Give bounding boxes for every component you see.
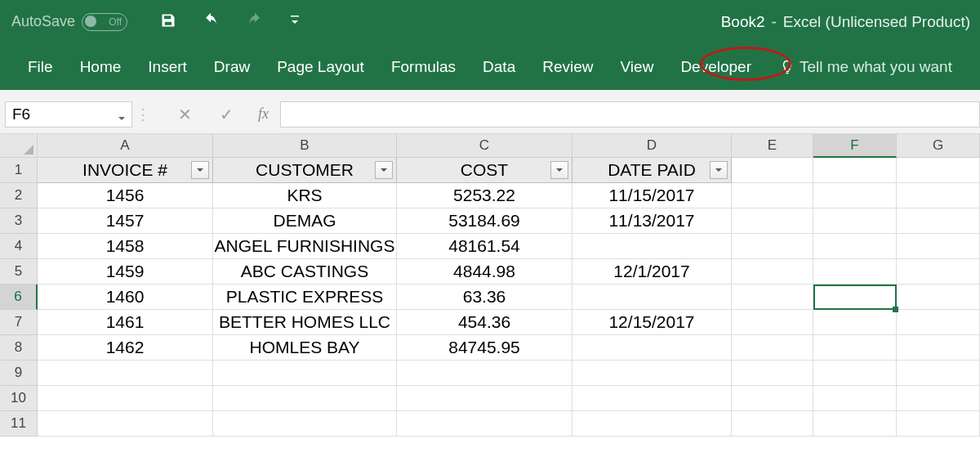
cell[interactable] <box>813 285 897 310</box>
tab-formulas[interactable]: Formulas <box>391 58 456 76</box>
redo-icon[interactable] <box>245 12 265 32</box>
cell[interactable]: DEMAG <box>213 208 397 234</box>
cell[interactable] <box>397 386 572 411</box>
cell[interactable] <box>572 335 732 361</box>
cell[interactable] <box>732 361 813 386</box>
cell[interactable] <box>897 310 980 335</box>
cell[interactable] <box>38 361 213 386</box>
name-box-dropdown-icon[interactable] <box>117 110 127 128</box>
cell[interactable] <box>897 361 980 386</box>
row-header[interactable]: 2 <box>0 183 38 208</box>
cell[interactable]: 454.36 <box>397 310 572 335</box>
cell[interactable] <box>813 310 897 335</box>
col-header-c[interactable]: C <box>397 134 572 158</box>
cell[interactable] <box>813 208 897 234</box>
cell[interactable] <box>813 386 897 411</box>
col-header-g[interactable]: G <box>897 134 980 158</box>
col-header-b[interactable]: B <box>213 134 397 158</box>
tell-me-search[interactable]: Tell me what you want <box>780 58 952 76</box>
cell[interactable]: 53184.69 <box>397 208 572 234</box>
cell[interactable] <box>732 386 813 411</box>
cell[interactable] <box>572 234 732 259</box>
cell[interactable] <box>897 158 980 183</box>
tab-developer[interactable]: Developer <box>680 58 751 76</box>
cell[interactable]: 11/13/2017 <box>572 208 732 234</box>
col-header-a[interactable]: A <box>38 134 213 158</box>
cell[interactable] <box>813 361 897 386</box>
cell[interactable] <box>897 234 980 259</box>
row-header[interactable]: 4 <box>0 234 38 259</box>
cancel-formula-icon[interactable]: ✕ <box>178 105 192 124</box>
undo-icon[interactable] <box>201 12 220 32</box>
cell[interactable] <box>813 158 897 183</box>
col-header-f[interactable]: F <box>813 134 897 158</box>
table-column-header[interactable]: COST <box>397 158 572 183</box>
cell[interactable]: HOMLES BAY <box>213 335 397 361</box>
row-header[interactable]: 11 <box>0 411 38 437</box>
cell[interactable] <box>732 335 813 361</box>
cell[interactable] <box>897 183 980 208</box>
cell[interactable] <box>572 386 732 411</box>
cell[interactable] <box>38 411 213 437</box>
table-column-header[interactable]: INVOICE # <box>38 158 213 183</box>
cell[interactable] <box>732 411 813 437</box>
accept-formula-icon[interactable]: ✓ <box>220 105 234 124</box>
cell[interactable] <box>897 285 980 310</box>
row-header[interactable]: 5 <box>0 259 38 285</box>
fill-handle[interactable] <box>893 307 898 312</box>
cell[interactable] <box>732 285 813 310</box>
cell[interactable] <box>213 386 397 411</box>
cell[interactable]: 1457 <box>38 208 213 234</box>
select-all-corner[interactable] <box>0 134 38 158</box>
cell[interactable]: 12/1/2017 <box>572 259 732 285</box>
cell[interactable]: 1462 <box>38 335 213 361</box>
cell[interactable] <box>732 208 813 234</box>
table-column-header[interactable]: CUSTOMER <box>213 158 397 183</box>
name-box[interactable]: F6 <box>5 101 132 128</box>
cell[interactable] <box>813 183 897 208</box>
cell[interactable]: 11/15/2017 <box>572 183 732 208</box>
col-header-e[interactable]: E <box>732 134 813 158</box>
cell[interactable]: 1460 <box>38 285 213 310</box>
cell[interactable]: 84745.95 <box>397 335 572 361</box>
tab-view[interactable]: View <box>621 58 654 76</box>
cell[interactable]: ANGEL FURNISHINGS <box>213 234 397 259</box>
cell[interactable] <box>572 361 732 386</box>
cell[interactable] <box>572 285 732 310</box>
cell[interactable] <box>732 158 813 183</box>
cell[interactable]: PLASTIC EXPRESS <box>213 285 397 310</box>
cell[interactable]: 1461 <box>38 310 213 335</box>
filter-dropdown-icon[interactable] <box>550 161 568 179</box>
cell[interactable] <box>897 208 980 234</box>
cell[interactable] <box>813 411 897 437</box>
tab-review[interactable]: Review <box>542 58 593 76</box>
cell[interactable] <box>897 335 980 361</box>
cell[interactable] <box>732 234 813 259</box>
row-header[interactable]: 7 <box>0 310 38 335</box>
autosave-toggle[interactable]: Off <box>82 13 127 31</box>
cell[interactable]: 1458 <box>38 234 213 259</box>
row-header[interactable]: 1 <box>0 158 38 183</box>
tab-draw[interactable]: Draw <box>214 58 250 76</box>
row-header[interactable]: 6 <box>0 285 38 310</box>
formula-input[interactable] <box>280 101 980 128</box>
cell[interactable] <box>397 361 572 386</box>
cell[interactable] <box>897 411 980 437</box>
cell[interactable] <box>213 411 397 437</box>
cell[interactable] <box>897 386 980 411</box>
tab-insert[interactable]: Insert <box>148 58 187 76</box>
cell[interactable]: ABC CASTINGS <box>213 259 397 285</box>
customize-qat-icon[interactable] <box>289 13 301 30</box>
save-icon[interactable] <box>160 12 176 32</box>
cell[interactable]: 12/15/2017 <box>572 310 732 335</box>
cell[interactable] <box>813 259 897 285</box>
cell[interactable]: 48161.54 <box>397 234 572 259</box>
cell[interactable] <box>732 310 813 335</box>
cell[interactable]: 1459 <box>38 259 213 285</box>
tab-data[interactable]: Data <box>483 58 515 76</box>
table-column-header[interactable]: DATE PAID <box>572 158 732 183</box>
cell[interactable] <box>38 386 213 411</box>
cell[interactable] <box>572 411 732 437</box>
filter-dropdown-icon[interactable] <box>710 161 728 179</box>
tab-page-layout[interactable]: Page Layout <box>277 58 364 76</box>
